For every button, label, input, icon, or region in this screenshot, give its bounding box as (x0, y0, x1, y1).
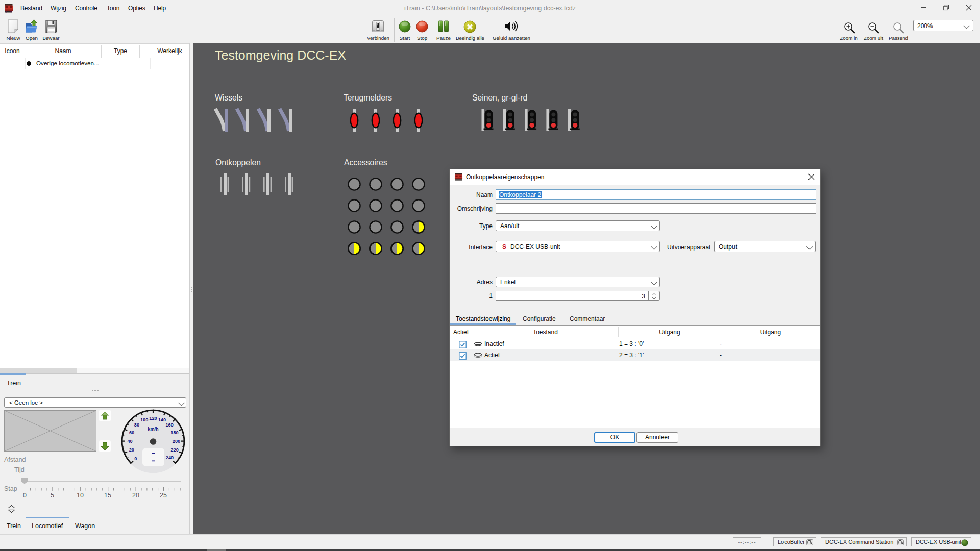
svg-text:40: 40 (127, 439, 132, 444)
svg-text:20: 20 (129, 447, 134, 453)
svg-text:km/h: km/h (148, 427, 159, 432)
svg-text:0: 0 (134, 456, 137, 461)
svg-text:200: 200 (173, 439, 180, 444)
svg-text:80: 80 (134, 422, 139, 428)
svg-text:140: 140 (158, 417, 166, 422)
svg-text:120: 120 (149, 416, 157, 421)
svg-text:100: 100 (140, 417, 148, 422)
svg-text:220: 220 (171, 447, 179, 453)
svg-text:180: 180 (170, 430, 178, 435)
svg-text:240: 240 (166, 455, 174, 460)
svg-text:60: 60 (129, 430, 134, 435)
svg-text:160: 160 (165, 422, 173, 428)
